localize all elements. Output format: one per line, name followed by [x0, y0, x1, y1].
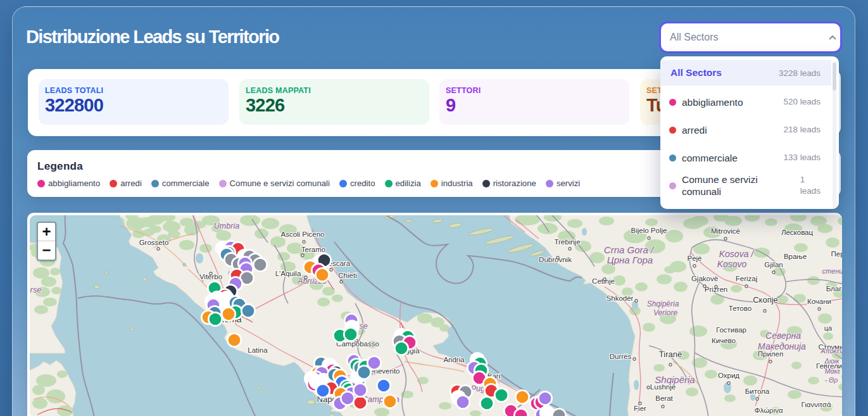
svg-text:Dubrovnik: Dubrovnik	[539, 256, 572, 263]
svg-text:Fier: Fier	[634, 405, 646, 412]
svg-text:Кичево: Кичево	[712, 337, 736, 344]
svg-text:Gjilan: Gjilan	[764, 261, 783, 268]
svg-text:Kosova /: Kosova /	[719, 249, 755, 259]
svg-text:Скопје: Скопје	[753, 295, 778, 305]
svg-text:Μακε: Μακε	[825, 367, 841, 375]
svg-text:Црна Гора: Црна Гора	[607, 255, 653, 265]
svg-text:se: se	[359, 322, 367, 331]
svg-text:Тетово: Тетово	[729, 305, 752, 312]
svg-text:ца: ца	[824, 324, 833, 332]
svg-text:Благ: Благ	[826, 285, 842, 293]
svg-text:Grosseto: Grosseto	[139, 239, 169, 246]
svg-text:Врање: Врање	[784, 253, 807, 260]
svg-text:Teramo: Teramo	[301, 246, 325, 253]
svg-text:Berat: Berat	[655, 394, 673, 402]
svg-text:Лесковац: Лесковац	[781, 229, 814, 236]
svg-text:Crna Gora /: Crna Gora /	[604, 244, 655, 255]
svg-text:Andria: Andria	[443, 356, 465, 363]
svg-text:orse: orse	[30, 286, 41, 294]
svg-text:Αποκεν: Αποκεν	[821, 347, 842, 355]
svg-text:Gjakovë: Gjakovë	[691, 275, 718, 282]
svg-text:Durrës: Durrës	[610, 353, 632, 360]
svg-text:Tiranë: Tiranë	[659, 350, 682, 359]
svg-text:Mitrovicë: Mitrovicë	[711, 227, 740, 235]
svg-text:Trebinje: Trebinje	[554, 238, 580, 246]
svg-text:Bijelo Polje: Bijelo Polje	[631, 227, 667, 234]
svg-text:- Θρ: - Θρ	[825, 376, 838, 384]
svg-text:Ferizaj: Ferizaj	[736, 275, 758, 282]
svg-text:Latina: Latina	[248, 346, 268, 354]
svg-text:Shqipëria: Shqipëria	[655, 374, 695, 385]
svg-text:Διοικ: Διοικ	[824, 357, 840, 365]
svg-text:Γιαννιτσά: Γιαννιτσά	[801, 401, 831, 408]
svg-text:Македонија: Македонија	[758, 341, 806, 351]
svg-text:Охрид: Охрид	[718, 372, 739, 379]
svg-text:Гостивар: Гостивар	[716, 326, 746, 334]
svg-text:Северна: Северна	[765, 331, 801, 341]
svg-text:Umbria: Umbria	[214, 222, 239, 230]
svg-text:Veriore: Veriore	[653, 308, 678, 317]
svg-text:Chieti: Chieti	[338, 272, 356, 279]
svg-text:стени: стени	[822, 267, 842, 275]
svg-text:Пер: Пер	[831, 250, 842, 258]
svg-text:Kosovo: Kosovo	[717, 259, 747, 269]
svg-text:Ascoli Piceno: Ascoli Piceno	[280, 230, 324, 238]
svg-text:Shqipëria: Shqipëria	[647, 299, 679, 308]
svg-text:Кочани: Кочани	[807, 298, 831, 305]
svg-text:Shkodër: Shkodër	[607, 294, 634, 302]
svg-text:Φλώρινα: Φλώρινα	[754, 407, 783, 414]
svg-text:Битола: Битола	[745, 388, 770, 395]
svg-text:Pejë: Pejë	[687, 255, 701, 262]
